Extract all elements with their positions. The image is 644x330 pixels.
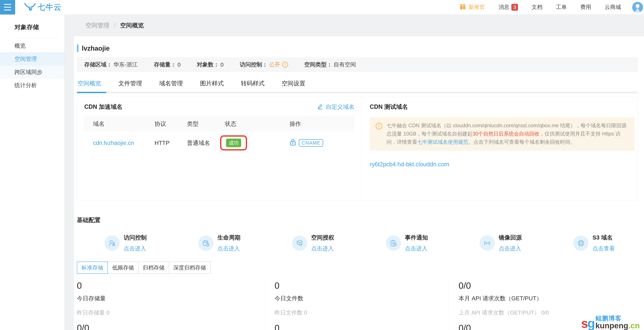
space-tabs: 空间概览 文件管理 域名管理 图片样式 转码样式 空间设置 (77, 79, 638, 88)
notice-box: 七牛融合 CDN 测试域名（以 clouddn.com/qiniucdn.com… (370, 117, 634, 151)
nav-tickets[interactable]: 工单 (556, 4, 567, 11)
sidebar-item-space-management[interactable]: 空间管理 (0, 52, 64, 65)
user-avatar[interactable] (632, 2, 643, 13)
lock-icon[interactable] (290, 139, 296, 147)
tab-underline-active (77, 92, 106, 93)
config-item-access-control: 访问控制 点击进入 (104, 234, 147, 252)
cname-badge[interactable]: CNAME (299, 139, 323, 147)
warning-icon (376, 123, 382, 129)
sidebar-item-cross-region-sync[interactable]: 跨区域同步 (0, 65, 64, 79)
config-link-lifecycle[interactable]: 点击进入 (218, 245, 240, 252)
operations-cell: CNAME (290, 139, 354, 147)
info-storage-region: 存储区域： 华东-浙江 (84, 61, 138, 68)
page-title: lvzhaojie (82, 45, 110, 52)
space-info-bar: 存储区域： 华东-浙江 存储量： 0 对象数： 0 访问控制： 公开 空间类型：… (77, 57, 638, 72)
breadcrumb-separator: / (114, 22, 116, 29)
access-control-icon (104, 236, 120, 251)
config-item-event-notification: 事件通知 点击进入 (386, 234, 428, 252)
s3-domain-icon (574, 236, 588, 251)
stat-today-storage: 0 今日存储量 昨日存储量 0 (77, 280, 265, 316)
gift-icon (459, 3, 466, 12)
event-notification-icon (386, 236, 401, 251)
config-link-authorization[interactable]: 点击进入 (311, 245, 334, 252)
cdn-test-title: CDN 测试域名 (370, 103, 408, 110)
menu-button[interactable] (0, 0, 15, 15)
tab-underline-track (77, 92, 638, 93)
protocol-cell: HTTP (154, 140, 187, 146)
breadcrumb: 空间管理 / 空间概览 (86, 22, 144, 30)
messages-count-badge: 3 (511, 4, 518, 11)
config-link-s3-domain[interactable]: 点击查看 (592, 245, 615, 252)
notice-red-text: 30个自然日后系统会自动回收， (472, 131, 544, 137)
site-watermark: s g 鲲鹏博客 kunpeng .cn (581, 315, 640, 330)
watermark-tld: .cn (628, 322, 640, 330)
custom-domain-link[interactable]: 自定义域名 (317, 103, 354, 111)
bull-icon (24, 3, 36, 12)
brand-name: 七牛云 (38, 2, 62, 12)
stat-outbound-traffic: 0/0 本月空间流出流量（外网/内网） (77, 323, 265, 330)
mirror-source-icon (480, 236, 495, 251)
config-item-s3-domain: S3 域名 点击查看 (574, 234, 615, 252)
tab-space-overview[interactable]: 空间概览 (78, 79, 101, 88)
authorization-icon (292, 236, 307, 251)
info-object-count: 对象数： 0 (197, 61, 224, 68)
breadcrumb-parent[interactable]: 空间管理 (86, 22, 109, 29)
test-domain-spec-link[interactable]: 七牛测试域名使用规范。 (417, 139, 473, 145)
storage-tab-deep-archive[interactable]: 深度归档存储 (169, 262, 210, 274)
tab-space-settings[interactable]: 空间设置 (282, 79, 305, 88)
info-storage-amount: 存储量： 0 (154, 61, 180, 68)
config-item-authorization: 空间授权 点击进入 (292, 234, 334, 252)
tab-image-styles[interactable]: 图片样式 (200, 79, 224, 88)
qiniu-logo[interactable]: 七牛云 (24, 2, 62, 12)
config-link-mirror-source[interactable]: 点击进入 (499, 245, 522, 252)
notice-text: 七牛融合 CDN 测试域名（以 clouddn.com/qiniucdn.com… (386, 121, 628, 146)
cdn-test-domain-section: CDN 测试域名 七牛融合 CDN 测试域名（以 clouddn.com/qin… (362, 97, 638, 200)
breadcrumb-current: 空间概览 (120, 22, 144, 29)
type-cell: 普通域名 (187, 139, 225, 147)
sidebar-divider (14, 38, 58, 38)
domains-table-header: 域名 协议 类型 状态 操作 (84, 116, 354, 131)
nav-billing[interactable]: 费用 (580, 4, 591, 11)
referral-link[interactable]: 新推官 (459, 3, 485, 12)
cdn-domains-title: CDN 加速域名 (84, 103, 122, 111)
domains-table: 域名 协议 类型 状态 操作 cdn.lvzhaojie.cn HTTP 普通域… (84, 116, 354, 154)
nav-marketplace[interactable]: 云商城 (605, 4, 621, 11)
stats-row-2: 0/0 本月空间流出流量（外网/内网） 0 本月空间 CDN 回源流量 0/0 … (77, 323, 638, 330)
sidebar-item-statistics[interactable]: 统计分析 (0, 79, 64, 92)
test-domain-link[interactable]: ry6t2pcb4.hd-bkt.clouddn.com (370, 161, 449, 168)
config-link-access-control[interactable]: 点击进入 (124, 245, 147, 252)
storage-tab-archive[interactable]: 归档存储 (138, 262, 169, 274)
watermark-s: s (581, 317, 588, 330)
stats-row-1: 0 今日存储量 昨日存储量 0 0 今日文件数 昨日文件数 0 0/0 本月 A… (77, 280, 638, 316)
edit-pencil-icon (317, 103, 323, 111)
content-panel: lvzhaojie 存储区域： 华东-浙江 存储量： 0 对象数： 0 访问控制… (74, 36, 644, 330)
status-badge: 成功 (226, 139, 241, 147)
info-access-control: 访问控制： 公开 (240, 61, 288, 68)
basic-config-grid: 访问控制 点击进入 生命周期 点击进入 (77, 234, 638, 252)
tab-file-management[interactable]: 文件管理 (118, 79, 142, 88)
config-item-mirror-source: 镜像回源 点击进入 (480, 234, 522, 252)
table-row: cdn.lvzhaojie.cn HTTP 普通域名 成功 (84, 131, 354, 154)
cdn-accelerated-domains-section: CDN 加速域名 自定义域名 域名 协议 类型 状态 (77, 97, 362, 200)
nav-docs[interactable]: 文档 (532, 4, 542, 11)
info-space-type: 空间类型： 自有空间 (304, 61, 356, 68)
section-title-basic-config: 基础配置 (77, 216, 638, 224)
sidebar-item-overview[interactable]: 概览 (0, 39, 64, 52)
status-cell: 成功 (225, 135, 290, 150)
messages-link[interactable]: 消息 3 (498, 4, 518, 11)
top-bar: 七牛云 新推官 消息 3 文档 工单 费用 云商城 (0, 0, 644, 15)
storage-tab-standard[interactable]: 标准存储 (77, 262, 108, 274)
domain-link[interactable]: cdn.lvzhaojie.cn (93, 140, 134, 146)
storage-tab-infrequent[interactable]: 低频存储 (108, 262, 138, 274)
cdn-domains-card: CDN 加速域名 自定义域名 域名 协议 类型 状态 (77, 97, 638, 200)
watermark-cn-title: 鲲鹏博客 (596, 315, 622, 321)
sidebar-title: 对象存储 (0, 19, 64, 38)
tab-domain-management[interactable]: 域名管理 (159, 79, 183, 88)
stat-cdn-back-to-source: 0 本月空间 CDN 回源流量 (265, 323, 449, 330)
tab-transcode-styles[interactable]: 转码样式 (241, 79, 264, 88)
stat-today-files: 0 今日文件数 昨日文件数 0 (265, 280, 449, 316)
config-item-lifecycle: 生命周期 点击进入 (198, 234, 240, 252)
config-link-event-notification[interactable]: 点击进入 (405, 245, 428, 252)
info-icon[interactable] (282, 62, 288, 68)
space-title-row: lvzhaojie (77, 45, 638, 52)
